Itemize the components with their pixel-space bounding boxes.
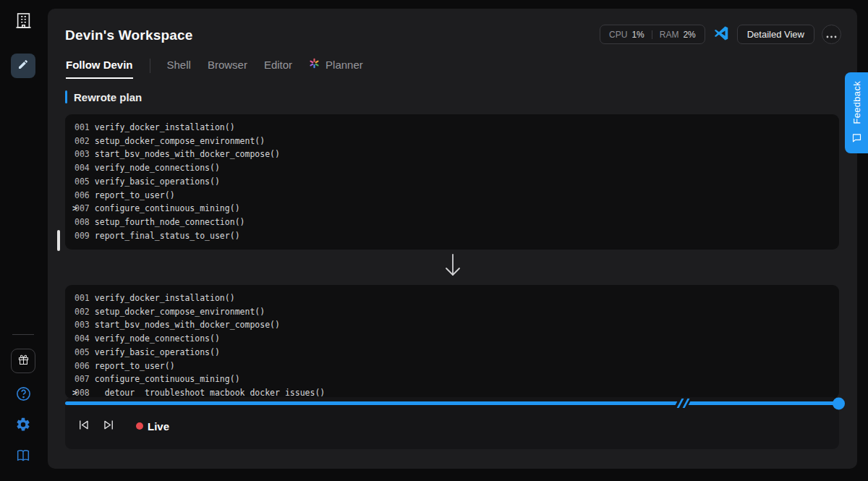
- plan-line: 008setup_fourth_node_connection(): [65, 216, 839, 229]
- ram-label: RAM: [660, 30, 679, 40]
- ellipsis-icon: [826, 28, 837, 41]
- event-accent-bar: [65, 90, 67, 103]
- playback-bar: Live: [65, 397, 839, 449]
- tab-follow-devin[interactable]: Follow Devin: [66, 59, 133, 79]
- sidebar-item-settings[interactable]: [11, 417, 35, 435]
- live-label: Live: [148, 420, 169, 433]
- sidebar-item-help[interactable]: [11, 386, 35, 404]
- resource-stats-badge: CPU 1% RAM 2%: [600, 25, 705, 44]
- event-title-text: Rewrote plan: [74, 91, 142, 103]
- plan-line: 004verify_node_connections(): [65, 332, 839, 346]
- plan-line: 001verify_docker_installation(): [65, 121, 839, 135]
- arrow-down-icon: [48, 253, 857, 278]
- plan-line: 002setup_docker_compose_environment(): [65, 305, 839, 319]
- page-title: Devin's Workspace: [65, 27, 193, 43]
- tab-bar-divider: [150, 59, 150, 73]
- book-icon: [14, 448, 32, 467]
- scrubber-handle[interactable]: [833, 397, 845, 409]
- sidebar-item-docs[interactable]: [11, 448, 35, 467]
- cpu-value: 1%: [631, 30, 644, 40]
- sidebar-divider: [12, 334, 34, 335]
- plan-after-block: 001verify_docker_installation()002setup_…: [65, 285, 839, 399]
- pencil-icon: [17, 59, 29, 73]
- plan-line: 009report_final_status_to_user(): [65, 229, 839, 243]
- sidebar-item-gift[interactable]: [11, 349, 35, 373]
- plan-before-block: 001verify_docker_installation()002setup_…: [65, 114, 839, 250]
- sidebar: [0, 0, 46, 481]
- skip-back-icon: [77, 418, 90, 435]
- tab-shell[interactable]: Shell: [167, 59, 191, 79]
- live-dot: [136, 422, 143, 430]
- plan-line: 006report_to_user(): [65, 189, 839, 203]
- pinwheel-icon: [309, 58, 320, 71]
- plan-line: 003start_bsv_nodes_with_docker_compose(): [65, 318, 839, 332]
- vscode-icon: [713, 25, 729, 44]
- tab-planner[interactable]: Planner: [309, 58, 363, 79]
- detailed-view-button[interactable]: Detailed View: [737, 25, 814, 44]
- gift-icon: [17, 354, 30, 369]
- skip-forward-button[interactable]: [101, 419, 116, 433]
- plan-line: 006report_to_user(): [65, 359, 839, 373]
- plan-line: 002setup_docker_compose_environment(): [65, 135, 839, 148]
- tab-bar: Follow Devin Shell Browser Editor Planne…: [66, 58, 363, 79]
- plan-line: 004verify_node_connections(): [65, 161, 839, 175]
- plan-line: >007configure_continuous_mining(): [65, 202, 839, 216]
- plan-line: 007configure_continuous_mining(): [65, 373, 839, 386]
- help-circle-icon: [15, 386, 32, 405]
- building-logo-icon: [0, 11, 46, 30]
- skip-forward-icon: [102, 418, 116, 435]
- gear-icon: [15, 417, 31, 435]
- plan-line: 005verify_basic_operations(): [65, 175, 839, 189]
- plan-line: 001verify_docker_installation(): [65, 291, 839, 305]
- plan-line: 003start_bsv_nodes_with_docker_compose(): [65, 148, 839, 161]
- event-title: Rewrote plan: [65, 90, 142, 103]
- open-in-vscode-button[interactable]: [712, 26, 730, 43]
- workspace-card: Devin's Workspace CPU 1% RAM 2% Detailed…: [48, 9, 857, 469]
- skip-back-button[interactable]: [76, 419, 90, 433]
- timeline-scrubber[interactable]: [65, 401, 839, 405]
- feedback-label: Feedback: [851, 81, 862, 124]
- scroll-indicator[interactable]: [57, 230, 60, 251]
- playback-controls: Live: [65, 415, 839, 437]
- timeline-progress-fill: [65, 401, 839, 405]
- sidebar-bottom-group: [0, 334, 46, 467]
- ram-value: 2%: [683, 30, 695, 40]
- header-actions: CPU 1% RAM 2% Detailed View: [600, 25, 841, 44]
- plan-line: 005verify_basic_operations(): [65, 346, 839, 359]
- cpu-label: CPU: [609, 30, 627, 40]
- stats-divider: [652, 30, 652, 39]
- sidebar-item-edit[interactable]: [11, 54, 35, 78]
- tab-planner-label: Planner: [326, 59, 363, 71]
- feedback-button[interactable]: Feedback: [845, 72, 868, 153]
- tab-browser[interactable]: Browser: [208, 59, 247, 79]
- more-options-button[interactable]: [822, 25, 841, 44]
- chat-bubble-icon: [851, 132, 862, 146]
- tab-editor[interactable]: Editor: [264, 59, 292, 79]
